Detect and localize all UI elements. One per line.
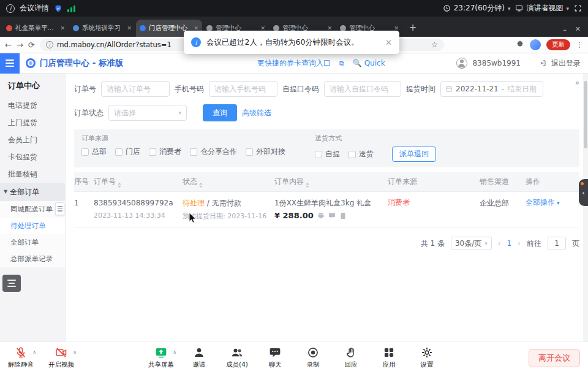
page-scrollbar[interactable] [583, 74, 588, 342]
checkbox-source-hq[interactable]: 总部 [81, 147, 107, 157]
settings-button[interactable]: 设置 [411, 346, 443, 369]
prev-page-icon[interactable]: ‹ [498, 239, 501, 248]
apps-button[interactable]: 应用 [373, 346, 405, 369]
search-button[interactable]: 查询 [203, 104, 237, 121]
checkbox-source-external[interactable]: 外部对接 [246, 147, 285, 157]
message-icon[interactable] [328, 212, 336, 219]
members-button[interactable]: 成员(4) [221, 346, 253, 369]
tab-close-icon[interactable]: ✕ [127, 25, 132, 31]
sidebar-subitem-hq-dispatch[interactable]: 总部派单记录 [0, 251, 65, 267]
sidebar-subitem-pending-orders[interactable]: 待处理订单 [0, 218, 65, 234]
date-range-input[interactable]: 2022-11-21 - 结束日期 [440, 81, 543, 97]
sort-icon[interactable] [306, 183, 309, 188]
network-signal-icon [67, 5, 75, 12]
sidebar-item-phone-pickup[interactable]: 电话提货 [0, 97, 65, 114]
fullscreen-icon[interactable] [574, 4, 582, 12]
logout-link[interactable]: 退出登录 [551, 58, 581, 69]
site-info-icon[interactable]: i [46, 41, 53, 48]
chevron-up-icon[interactable]: ∧ [73, 349, 77, 355]
chevron-up-icon[interactable]: ∧ [173, 349, 176, 355]
extensions-icon[interactable] [516, 40, 524, 49]
meeting-timer[interactable]: 23:27(60分钟) ▾ [443, 3, 511, 13]
meeting-info-icon[interactable]: i [6, 4, 15, 13]
goto-page-input[interactable] [548, 237, 566, 250]
view-mode-switcher[interactable]: 演讲者视图 ▾ [515, 3, 569, 13]
browser-menu-icon[interactable]: ⋮ [576, 40, 583, 49]
forward-icon[interactable]: → [17, 41, 23, 49]
sidebar-subitem-all-orders[interactable]: 全部订单 [0, 234, 65, 251]
reactions-button[interactable]: 回应 [335, 346, 367, 369]
browser-tab[interactable]: 礼盒菜单平台管理中心 ✕ [2, 20, 69, 37]
sidebar-drag-handle[interactable] [55, 202, 64, 215]
browser-profile-avatar[interactable] [530, 39, 541, 50]
logout-icon[interactable] [539, 59, 546, 67]
checkbox-source-warehouse[interactable]: 仓分享合作 [190, 147, 237, 157]
order-no-input[interactable] [101, 81, 170, 97]
tab-close-icon[interactable]: ✕ [60, 25, 65, 31]
col-status[interactable]: 状态 [183, 177, 274, 188]
security-shield-icon[interactable] [54, 4, 62, 13]
meeting-details-label[interactable]: 会议详情 [20, 3, 49, 13]
sidebar-item-door-pickup[interactable]: 上门提货 [0, 114, 65, 131]
sort-icon[interactable] [199, 183, 203, 188]
coupon-query-link[interactable]: 更快捷的券卡查询入口 [257, 58, 331, 69]
sidebar-section-title: 订单中心 [0, 74, 65, 97]
leave-meeting-button[interactable]: 离开会议 [529, 349, 580, 367]
page-number[interactable]: 1 [507, 239, 512, 248]
col-content[interactable]: 订单内容 [274, 177, 388, 188]
external-link-icon[interactable]: ⧉ [339, 59, 344, 67]
chevron-up-icon[interactable]: ∧ [32, 349, 36, 355]
tab-favicon [73, 25, 79, 31]
table-row: 1 8385934508899792a 2023-11-13 14:33:34 … [74, 192, 579, 227]
page-size-select[interactable]: 30条/页▾ [451, 237, 492, 250]
record-button[interactable]: 录制 [297, 346, 329, 369]
checkbox-source-store[interactable]: 门店 [115, 147, 140, 157]
unmute-button[interactable]: 解除静音 ∧ [5, 346, 37, 369]
window-close-icon[interactable]: ✕ [575, 25, 581, 33]
sort-icon[interactable] [118, 183, 121, 188]
hamburger-menu-button[interactable] [0, 53, 20, 74]
chat-button[interactable]: 聊天 [259, 346, 291, 369]
date-end-placeholder: 结束日期 [507, 84, 537, 94]
checkbox-self-pickup[interactable]: 自提 [315, 149, 340, 159]
pagination: 共 1 条 30条/页▾ ‹ 1 › 前往 页 [74, 237, 579, 250]
sidebar-item-member-visit[interactable]: 会员上门 [0, 131, 65, 148]
order-number: 8385934508899792a [94, 197, 179, 208]
scrollbar-thumb[interactable] [584, 81, 587, 148]
user-avatar-icon[interactable] [456, 58, 467, 69]
pickup-code-input[interactable] [324, 81, 401, 97]
collapse-panel-icon[interactable]: » [575, 78, 579, 87]
back-icon[interactable]: ← [5, 41, 12, 49]
meeting-panel-handle[interactable]: ‹ [579, 179, 588, 206]
browser-tab[interactable]: 系统培训学习 ✕ [69, 20, 135, 37]
row-actions-dropdown[interactable]: 全部操作▾ [526, 197, 560, 208]
tab-search-icon[interactable]: ⌄ [562, 25, 568, 33]
dispatch-return-button[interactable]: 派单退回 [392, 147, 436, 162]
reload-icon[interactable]: ⟳ [28, 41, 35, 49]
new-tab-button[interactable]: + [405, 20, 420, 35]
share-screen-button[interactable]: 共享屏幕 ∧ [145, 346, 177, 369]
checkbox-source-consumer[interactable]: 消费者 [149, 147, 181, 157]
order-status-select[interactable]: 请选择 ▾ [108, 105, 187, 121]
toast-close-icon[interactable]: ✕ [385, 38, 392, 47]
meeting-topbar: i 会议详情 23:27(60分钟) ▾ 演讲者视图 ▾ [0, 0, 588, 17]
invite-button[interactable]: 邀请 [183, 346, 215, 369]
checkbox-delivery[interactable]: 送货 [349, 149, 374, 159]
floating-list-button[interactable] [2, 275, 21, 292]
phone-input[interactable] [209, 81, 277, 97]
sidebar-group-all-orders[interactable]: ▼ 全部订单 [0, 183, 65, 201]
bookmark-star-icon[interactable]: ☆ [431, 40, 438, 49]
tab-favicon [6, 25, 12, 31]
col-order-no[interactable]: 订单号 [94, 177, 183, 188]
next-page-icon[interactable]: › [518, 239, 521, 248]
checkbox-icon [190, 148, 197, 156]
print-icon[interactable] [317, 212, 325, 219]
advanced-filter-link[interactable]: 高级筛选 [242, 108, 271, 118]
phone-icon[interactable] [339, 212, 347, 219]
start-video-button[interactable]: 开启视频 ∧ [45, 346, 77, 369]
chevron-down-icon: ▾ [484, 240, 488, 246]
quick-search-link[interactable]: 🔍 Quick [353, 59, 385, 67]
browser-update-button[interactable]: 更新 [546, 39, 570, 50]
sidebar-item-card-pickup[interactable]: 卡包提货 [0, 148, 65, 166]
sidebar-item-batch-verify[interactable]: 批量核销 [0, 166, 65, 183]
